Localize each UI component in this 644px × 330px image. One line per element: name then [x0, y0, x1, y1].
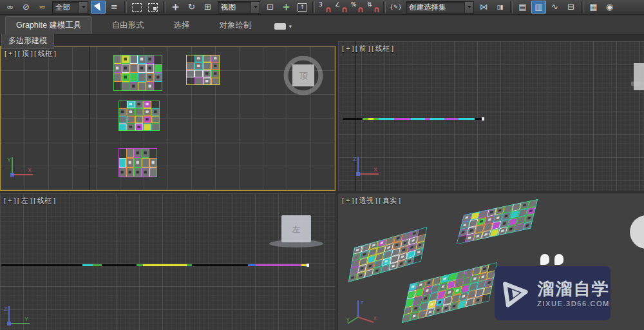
floor-plan-cluster[interactable]: [348, 227, 428, 282]
unlink-selection-icon[interactable]: ⊘: [19, 1, 33, 14]
geometry-segment: [444, 118, 459, 120]
geometry-segment: [187, 264, 192, 266]
svg-text:顶: 顶: [299, 71, 308, 81]
render-setup-button[interactable]: ▦: [586, 1, 601, 14]
select-and-scale-button[interactable]: ⊞: [200, 1, 215, 14]
svg-text:z: z: [361, 299, 364, 306]
viewport-label: [ + ][ 顶 ][ 线框 ]: [5, 49, 57, 59]
mirror-button[interactable]: ⋈: [477, 1, 491, 14]
geometry-segment: [301, 264, 307, 266]
viewcube[interactable]: 顶: [281, 56, 326, 100]
graphite-modeling-tools-toggle[interactable]: ▥: [531, 1, 546, 14]
rendered-frame-window-button[interactable]: ◉: [602, 1, 617, 14]
floor-plan-cluster[interactable]: [118, 148, 157, 177]
snap-type-glyph: %: [351, 1, 357, 8]
toolbar-separator: [581, 1, 583, 13]
keyboard-shortcut-override-toggle[interactable]: ↑: [295, 1, 310, 14]
select-and-scale-glyph: ⊞: [204, 1, 211, 14]
select-and-manipulate-glyph: +: [282, 1, 290, 14]
ribbon-display-options[interactable]: ▾: [274, 23, 292, 30]
top-viewport[interactable]: [ + ][ 顶 ][ 线框 ]顶YX: [0, 46, 336, 191]
angle-snap-toggle[interactable]: ∠∩: [334, 1, 348, 14]
schematic-view-glyph: ⊟: [567, 1, 574, 14]
ribbon-panel-icon: [274, 23, 286, 30]
floor-plan-cluster[interactable]: [402, 262, 498, 324]
reference-coordinate-system-dropdown[interactable]: 视图: [218, 1, 260, 14]
viewport-general-menu[interactable]: [ + ]: [342, 44, 354, 52]
viewcube[interactable]: [627, 213, 644, 254]
3dsmax-window: ∞⊘≈全部≡+↻⊞视图⊡+↑3∩∠∩%∩⇅∩{✎}创建选择集⋈▯▮▤▥∿⊟▦◉ …: [0, 0, 644, 330]
world-axis-tripod: zxy: [345, 295, 379, 330]
ribbon-tab-freeform[interactable]: 自由形式: [101, 17, 154, 34]
cursor-arrow-icon: [93, 3, 102, 12]
curve-editor-button[interactable]: ∿: [547, 1, 562, 14]
viewport-label: [ + ][ 透视 ][ 真实 ]: [342, 196, 402, 206]
viewport-shading-menu[interactable]: [ 线框 ]: [372, 44, 393, 52]
viewport-view-menu[interactable]: [ 顶 ]: [18, 50, 33, 57]
viewport-general-menu[interactable]: [ + ]: [4, 197, 16, 204]
viewport-shading-menu[interactable]: [ 线框 ]: [34, 50, 56, 57]
select-object-button[interactable]: [91, 1, 106, 14]
snap-toggle-3d-button[interactable]: 3∩: [317, 1, 332, 14]
dropdown-value: 全部: [53, 2, 79, 13]
floor-plan-cluster[interactable]: [113, 55, 162, 91]
geometry-segment: [248, 264, 256, 266]
geometry-segment: [93, 264, 102, 266]
front-viewport[interactable]: [ + ][ 前 ][ 线框 ]ZX: [338, 41, 644, 191]
floor-plan-cluster[interactable]: [118, 101, 160, 131]
manage-layers-button[interactable]: ▤: [515, 1, 530, 14]
bind-to-space-warp-icon[interactable]: ≈: [35, 1, 50, 14]
bind-to-space-warp-icon-glyph: ≈: [39, 1, 46, 14]
viewcube[interactable]: [631, 63, 644, 98]
grid-origin-line: [89, 46, 90, 191]
schematic-view-button[interactable]: ⊟: [564, 1, 578, 14]
percent-snap-toggle[interactable]: %∩: [350, 1, 365, 14]
select-by-name-button[interactable]: ≡: [107, 1, 122, 14]
viewcube[interactable]: 左: [265, 214, 327, 253]
select-and-move-button[interactable]: +: [168, 1, 183, 14]
ribbon-tab-graphite-modeling-tools[interactable]: Graphite 建模工具: [5, 16, 92, 34]
play-logo-icon: [499, 277, 533, 310]
select-and-link-icon[interactable]: ∞: [3, 1, 17, 14]
use-pivot-point-center-glyph: ⊡: [267, 1, 274, 14]
mirror-glyph: ⋈: [480, 1, 488, 14]
named-selection-sets-dropdown[interactable]: 创建选择集: [406, 1, 474, 14]
use-pivot-point-center-button[interactable]: ⊡: [263, 1, 278, 14]
snap-type-glyph: ⇅: [367, 1, 372, 8]
viewport-shading-menu[interactable]: [ 线框 ]: [33, 197, 55, 204]
select-and-rotate-glyph: ↻: [188, 1, 195, 14]
select-and-rotate-button[interactable]: ↻: [184, 1, 199, 14]
selection-filter-dropdown[interactable]: 全部: [52, 1, 88, 14]
floor-plan-cluster[interactable]: [186, 55, 220, 85]
keyboard-shortcut-override-glyph: ↑: [298, 3, 308, 12]
dropdown-arrow-icon[interactable]: [251, 2, 260, 13]
edit-named-selection-sets-button[interactable]: {✎}: [388, 1, 403, 14]
spinner-snap-toggle[interactable]: ⇅∩: [366, 1, 381, 14]
ribbon-tab-bar: Graphite 建模工具自由形式选择对象绘制 ▾: [0, 15, 644, 35]
toolbar-separator: [383, 1, 386, 13]
viewport-shading-menu[interactable]: [ 真实 ]: [379, 197, 401, 204]
select-and-manipulate-button[interactable]: +: [279, 1, 294, 14]
viewport-label: [ + ][ 前 ][ 线框 ]: [342, 44, 395, 53]
dropdown-arrow-icon[interactable]: [464, 2, 473, 13]
ribbon-tab-selection[interactable]: 选择: [163, 17, 200, 34]
window-crossing-toggle[interactable]: [146, 1, 160, 14]
ribbon-tab-object-paint[interactable]: 对象绘制: [209, 17, 261, 34]
left-viewport[interactable]: [ + ][ 左 ][ 线框 ]左ZY: [0, 193, 336, 330]
geometry-segment: [425, 118, 430, 120]
dropdown-arrow-icon[interactable]: [79, 2, 88, 13]
tab-polygon-modeling[interactable]: 多边形建模: [1, 34, 54, 49]
rectangular-selection-region-button[interactable]: [129, 1, 144, 14]
geometry-segment: [379, 118, 394, 120]
dropdown-value: 视图: [218, 2, 251, 13]
floor-plan-cluster[interactable]: [457, 199, 538, 245]
align-button[interactable]: ▯▮: [493, 1, 507, 14]
viewport-general-menu[interactable]: [ + ]: [5, 50, 17, 57]
geometry-segment: [137, 264, 143, 266]
viewport-view-menu[interactable]: [ 透视 ]: [355, 197, 377, 204]
toolbar-separator: [124, 1, 127, 13]
viewport-view-menu[interactable]: [ 左 ]: [17, 197, 32, 204]
viewport-view-menu[interactable]: [ 前 ]: [355, 44, 370, 52]
geometry-segment: [411, 118, 425, 120]
viewport-general-menu[interactable]: [ + ]: [342, 197, 354, 204]
